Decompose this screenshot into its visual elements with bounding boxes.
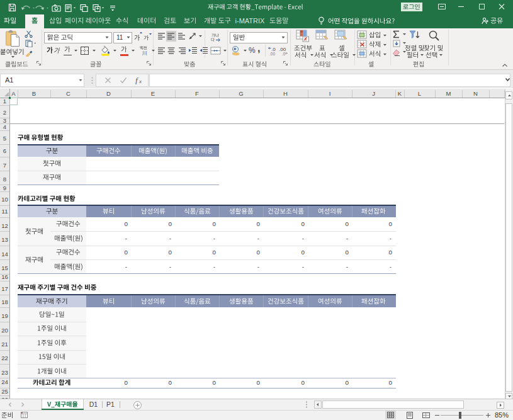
svg-text:.00: .00 xyxy=(269,52,275,56)
svg-text:x: x xyxy=(138,78,142,84)
svg-text:.0: .0 xyxy=(282,52,286,56)
